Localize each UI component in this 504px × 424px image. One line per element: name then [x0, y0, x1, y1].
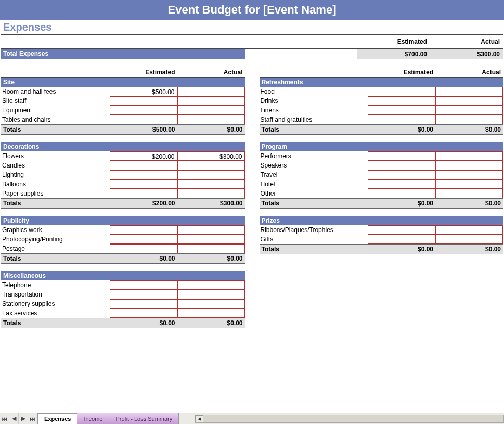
cell-estimated[interactable]: [368, 151, 435, 161]
cell-actual[interactable]: [177, 170, 245, 179]
cell-actual[interactable]: [177, 115, 245, 124]
cell-estimated[interactable]: [110, 189, 177, 198]
cell-estimated[interactable]: $200.00: [110, 151, 177, 161]
cell-actual[interactable]: [435, 106, 503, 115]
cell-estimated[interactable]: [368, 225, 435, 235]
category-totals: Totals$200.00$300.00: [1, 198, 245, 209]
page-title: Event Budget for [Event Name]: [0, 0, 504, 20]
cell-estimated[interactable]: [368, 179, 435, 189]
cell-actual[interactable]: [177, 299, 245, 309]
totals-label: Totals: [1, 125, 110, 134]
row-label: Staff and gratuities: [260, 115, 368, 124]
table-row: Speakers: [260, 161, 503, 170]
row-label: Gifts: [260, 235, 368, 244]
tab-income[interactable]: Income: [77, 413, 109, 424]
cell-actual[interactable]: [177, 96, 245, 106]
cell-estimated[interactable]: [110, 106, 177, 115]
cell-estimated[interactable]: [368, 115, 435, 124]
cell-estimated[interactable]: [368, 170, 435, 179]
horizontal-scrollbar[interactable]: ◀: [195, 415, 504, 423]
cell-estimated[interactable]: [110, 225, 177, 235]
table-row: Staff and gratuities: [260, 115, 503, 124]
cell-estimated[interactable]: [368, 96, 435, 106]
row-label: Site staff: [1, 96, 110, 106]
cell-estimated[interactable]: [368, 189, 435, 198]
cell-estimated[interactable]: [110, 309, 177, 318]
totals-estimated: $0.00: [110, 318, 177, 328]
category-header: Program: [260, 142, 503, 151]
cell-estimated[interactable]: [368, 161, 435, 170]
cell-estimated[interactable]: [368, 235, 435, 244]
cell-estimated[interactable]: [110, 244, 177, 253]
cell-actual[interactable]: [435, 170, 503, 179]
totals-actual: $0.00: [435, 125, 503, 134]
cell-actual[interactable]: [435, 115, 503, 124]
table-row: Tables and chairs: [1, 115, 245, 124]
row-label: Flowers: [1, 151, 110, 161]
total-expenses-estimated: $700.00: [357, 49, 430, 59]
totals-label: Totals: [260, 199, 368, 208]
totals-estimated: $200.00: [110, 199, 177, 208]
cell-actual[interactable]: [177, 309, 245, 318]
cell-actual[interactable]: [177, 235, 245, 244]
col-header-estimated: Estimated: [368, 68, 435, 77]
cell-estimated[interactable]: [110, 179, 177, 189]
cell-actual[interactable]: [177, 290, 245, 299]
row-label: Speakers: [260, 161, 368, 170]
cell-estimated[interactable]: [110, 115, 177, 124]
totals-actual: $0.00: [435, 245, 503, 254]
cell-actual[interactable]: [435, 151, 503, 161]
totals-label: Totals: [260, 245, 368, 254]
cell-estimated[interactable]: [368, 106, 435, 115]
cell-actual[interactable]: [177, 179, 245, 189]
tab-nav-last[interactable]: ⏭: [28, 413, 37, 424]
category-header: Decorations: [1, 142, 245, 151]
cell-estimated[interactable]: [110, 96, 177, 106]
table-row: Candles: [1, 161, 245, 170]
row-label: Travel: [260, 170, 368, 179]
row-label: Balloons: [1, 179, 110, 189]
cell-actual[interactable]: [435, 225, 503, 235]
cell-estimated[interactable]: [110, 235, 177, 244]
cell-estimated[interactable]: $500.00: [110, 87, 177, 96]
cell-actual[interactable]: [177, 87, 245, 96]
cell-estimated[interactable]: [110, 161, 177, 170]
cell-actual[interactable]: [435, 179, 503, 189]
tab-nav-prev[interactable]: ◀: [9, 413, 19, 424]
cell-actual[interactable]: [177, 244, 245, 253]
row-label: Other: [260, 189, 368, 198]
cell-estimated[interactable]: [368, 87, 435, 96]
table-row: Fax services: [1, 309, 245, 318]
category-header: Prizes: [260, 216, 503, 225]
tab-expenses[interactable]: Expenses: [38, 413, 77, 424]
sheet-tab-strip: ⏮ ◀ ▶ ⏭ Expenses Income Profit - Loss Su…: [0, 413, 504, 424]
cell-estimated[interactable]: [110, 290, 177, 299]
cell-actual[interactable]: $300.00: [177, 151, 245, 161]
row-label: Room and hall fees: [1, 87, 110, 96]
table-row: Hotel: [260, 179, 503, 189]
cell-actual[interactable]: [177, 189, 245, 198]
cell-actual[interactable]: [177, 225, 245, 235]
cell-actual[interactable]: [177, 280, 245, 290]
totals-actual: $0.00: [177, 125, 245, 134]
cell-actual[interactable]: [177, 106, 245, 115]
cell-estimated[interactable]: [110, 170, 177, 179]
row-label: Fax services: [1, 309, 110, 318]
cell-actual[interactable]: [435, 87, 503, 96]
row-label: Telephone: [1, 280, 110, 290]
scroll-left-icon[interactable]: ◀: [195, 415, 203, 422]
table-row: Ribbons/Plaques/Trophies: [260, 225, 503, 235]
row-label: Paper supplies: [1, 189, 110, 198]
row-label: Hotel: [260, 179, 368, 189]
cell-actual[interactable]: [435, 161, 503, 170]
tab-nav-next[interactable]: ▶: [19, 413, 28, 424]
cell-actual[interactable]: [177, 161, 245, 170]
tab-profit-loss[interactable]: Profit - Loss Summary: [109, 413, 179, 424]
cell-estimated[interactable]: [110, 280, 177, 290]
col-header-actual: Actual: [177, 68, 245, 77]
cell-actual[interactable]: [435, 235, 503, 244]
cell-actual[interactable]: [435, 189, 503, 198]
tab-nav-first[interactable]: ⏮: [0, 413, 9, 424]
cell-estimated[interactable]: [110, 299, 177, 309]
cell-actual[interactable]: [435, 96, 503, 106]
